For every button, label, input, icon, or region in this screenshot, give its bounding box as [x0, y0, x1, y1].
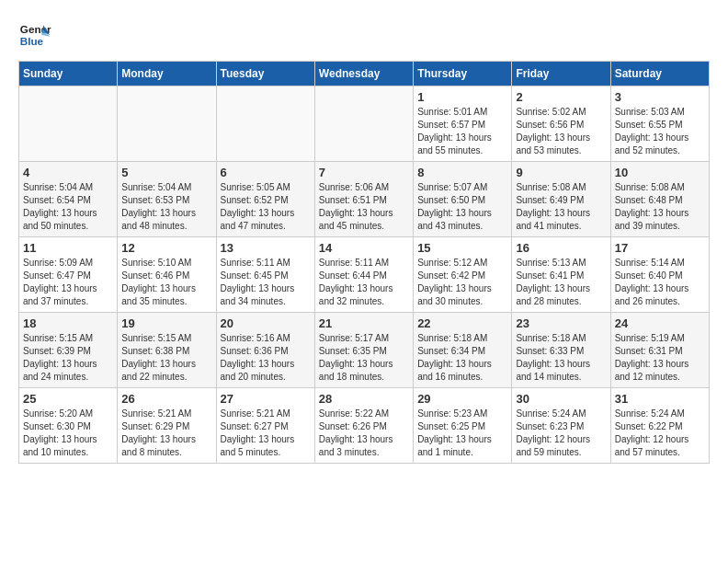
day-number: 13 [221, 241, 311, 255]
day-info: Sunrise: 5:01 AM Sunset: 6:57 PM Dayligh… [417, 106, 507, 157]
day-number: 25 [23, 392, 113, 406]
calendar-cell [216, 86, 314, 162]
calendar-cell: 17Sunrise: 5:14 AM Sunset: 6:40 PM Dayli… [610, 237, 709, 313]
calendar-cell: 8Sunrise: 5:07 AM Sunset: 6:50 PM Daylig… [414, 162, 512, 237]
day-number: 7 [319, 166, 409, 179]
logo: General Blue [18, 18, 51, 52]
calendar-cell: 23Sunrise: 5:18 AM Sunset: 6:33 PM Dayli… [512, 313, 610, 388]
day-info: Sunrise: 5:02 AM Sunset: 6:56 PM Dayligh… [516, 106, 606, 157]
day-number: 16 [516, 241, 606, 255]
calendar-cell: 10Sunrise: 5:08 AM Sunset: 6:48 PM Dayli… [610, 162, 709, 237]
calendar-cell: 27Sunrise: 5:21 AM Sunset: 6:27 PM Dayli… [216, 388, 314, 464]
calendar-body: 1Sunrise: 5:01 AM Sunset: 6:57 PM Daylig… [19, 86, 710, 464]
calendar-cell: 5Sunrise: 5:04 AM Sunset: 6:53 PM Daylig… [118, 162, 216, 237]
day-number: 14 [319, 241, 409, 255]
calendar-week-row: 25Sunrise: 5:20 AM Sunset: 6:30 PM Dayli… [19, 388, 710, 464]
day-info: Sunrise: 5:15 AM Sunset: 6:38 PM Dayligh… [121, 332, 211, 384]
day-info: Sunrise: 5:04 AM Sunset: 6:54 PM Dayligh… [23, 181, 113, 233]
calendar-cell: 26Sunrise: 5:21 AM Sunset: 6:29 PM Dayli… [118, 388, 216, 464]
day-info: Sunrise: 5:15 AM Sunset: 6:39 PM Dayligh… [23, 332, 113, 384]
weekday-header: Thursday [414, 62, 512, 86]
calendar-header: SundayMondayTuesdayWednesdayThursdayFrid… [19, 62, 710, 86]
calendar-cell: 18Sunrise: 5:15 AM Sunset: 6:39 PM Dayli… [19, 313, 118, 388]
day-info: Sunrise: 5:08 AM Sunset: 6:49 PM Dayligh… [516, 181, 606, 233]
weekday-header: Tuesday [216, 62, 314, 86]
day-number: 23 [516, 316, 606, 330]
calendar-cell: 29Sunrise: 5:23 AM Sunset: 6:25 PM Dayli… [414, 388, 512, 464]
weekday-header: Wednesday [314, 62, 413, 86]
calendar-week-row: 11Sunrise: 5:09 AM Sunset: 6:47 PM Dayli… [19, 237, 710, 313]
day-info: Sunrise: 5:24 AM Sunset: 6:23 PM Dayligh… [516, 408, 606, 459]
calendar-cell: 12Sunrise: 5:10 AM Sunset: 6:46 PM Dayli… [118, 237, 216, 313]
day-number: 26 [121, 392, 211, 406]
calendar-cell: 22Sunrise: 5:18 AM Sunset: 6:34 PM Dayli… [414, 313, 512, 388]
weekday-header: Sunday [19, 62, 118, 86]
day-info: Sunrise: 5:05 AM Sunset: 6:52 PM Dayligh… [221, 181, 311, 233]
day-info: Sunrise: 5:11 AM Sunset: 6:45 PM Dayligh… [221, 257, 311, 308]
day-info: Sunrise: 5:23 AM Sunset: 6:25 PM Dayligh… [417, 408, 507, 459]
day-number: 21 [319, 316, 409, 330]
calendar-cell: 14Sunrise: 5:11 AM Sunset: 6:44 PM Dayli… [314, 237, 413, 313]
calendar-cell: 31Sunrise: 5:24 AM Sunset: 6:22 PM Dayli… [610, 388, 709, 464]
weekday-header: Saturday [610, 62, 709, 86]
day-info: Sunrise: 5:10 AM Sunset: 6:46 PM Dayligh… [121, 257, 211, 308]
calendar-table: SundayMondayTuesdayWednesdayThursdayFrid… [18, 61, 710, 464]
calendar-cell: 28Sunrise: 5:22 AM Sunset: 6:26 PM Dayli… [314, 388, 413, 464]
day-number: 27 [221, 392, 311, 406]
day-number: 6 [221, 166, 311, 179]
calendar-cell: 21Sunrise: 5:17 AM Sunset: 6:35 PM Dayli… [314, 313, 413, 388]
day-info: Sunrise: 5:18 AM Sunset: 6:34 PM Dayligh… [417, 332, 507, 384]
calendar-cell: 2Sunrise: 5:02 AM Sunset: 6:56 PM Daylig… [512, 86, 610, 162]
weekday-header: Monday [118, 62, 216, 86]
calendar-cell: 24Sunrise: 5:19 AM Sunset: 6:31 PM Dayli… [610, 313, 709, 388]
weekday-header: Friday [512, 62, 610, 86]
page-header: General Blue [18, 18, 710, 52]
day-number: 17 [615, 241, 705, 255]
day-number: 28 [319, 392, 409, 406]
calendar-cell: 3Sunrise: 5:03 AM Sunset: 6:55 PM Daylig… [610, 86, 709, 162]
calendar-cell: 16Sunrise: 5:13 AM Sunset: 6:41 PM Dayli… [512, 237, 610, 313]
day-info: Sunrise: 5:04 AM Sunset: 6:53 PM Dayligh… [121, 181, 211, 233]
calendar-cell: 30Sunrise: 5:24 AM Sunset: 6:23 PM Dayli… [512, 388, 610, 464]
day-info: Sunrise: 5:12 AM Sunset: 6:42 PM Dayligh… [417, 257, 507, 308]
day-info: Sunrise: 5:20 AM Sunset: 6:30 PM Dayligh… [23, 408, 113, 459]
calendar-cell: 11Sunrise: 5:09 AM Sunset: 6:47 PM Dayli… [19, 237, 118, 313]
day-number: 8 [417, 166, 507, 179]
day-info: Sunrise: 5:09 AM Sunset: 6:47 PM Dayligh… [23, 257, 113, 308]
calendar-cell: 1Sunrise: 5:01 AM Sunset: 6:57 PM Daylig… [414, 86, 512, 162]
day-number: 9 [516, 166, 606, 179]
day-info: Sunrise: 5:03 AM Sunset: 6:55 PM Dayligh… [615, 106, 705, 157]
calendar-cell [314, 86, 413, 162]
day-number: 3 [615, 90, 705, 104]
calendar-week-row: 4Sunrise: 5:04 AM Sunset: 6:54 PM Daylig… [19, 162, 710, 237]
calendar-cell: 19Sunrise: 5:15 AM Sunset: 6:38 PM Dayli… [118, 313, 216, 388]
weekday-row: SundayMondayTuesdayWednesdayThursdayFrid… [19, 62, 710, 86]
day-info: Sunrise: 5:08 AM Sunset: 6:48 PM Dayligh… [615, 181, 705, 233]
day-number: 31 [615, 392, 705, 406]
day-number: 24 [615, 316, 705, 330]
logo-icon: General Blue [18, 18, 51, 52]
day-info: Sunrise: 5:17 AM Sunset: 6:35 PM Dayligh… [319, 332, 409, 384]
day-info: Sunrise: 5:13 AM Sunset: 6:41 PM Dayligh… [516, 257, 606, 308]
day-number: 22 [417, 316, 507, 330]
day-info: Sunrise: 5:14 AM Sunset: 6:40 PM Dayligh… [615, 257, 705, 308]
calendar-week-row: 18Sunrise: 5:15 AM Sunset: 6:39 PM Dayli… [19, 313, 710, 388]
day-number: 10 [615, 166, 705, 179]
day-number: 20 [221, 316, 311, 330]
calendar-cell: 15Sunrise: 5:12 AM Sunset: 6:42 PM Dayli… [414, 237, 512, 313]
calendar-cell: 13Sunrise: 5:11 AM Sunset: 6:45 PM Dayli… [216, 237, 314, 313]
calendar-cell [118, 86, 216, 162]
calendar-cell: 6Sunrise: 5:05 AM Sunset: 6:52 PM Daylig… [216, 162, 314, 237]
calendar-week-row: 1Sunrise: 5:01 AM Sunset: 6:57 PM Daylig… [19, 86, 710, 162]
day-number: 12 [121, 241, 211, 255]
day-info: Sunrise: 5:18 AM Sunset: 6:33 PM Dayligh… [516, 332, 606, 384]
day-info: Sunrise: 5:21 AM Sunset: 6:29 PM Dayligh… [121, 408, 211, 459]
day-info: Sunrise: 5:19 AM Sunset: 6:31 PM Dayligh… [615, 332, 705, 384]
day-number: 1 [417, 90, 507, 104]
day-number: 29 [417, 392, 507, 406]
day-number: 5 [121, 166, 211, 179]
day-number: 2 [516, 90, 606, 104]
day-info: Sunrise: 5:21 AM Sunset: 6:27 PM Dayligh… [221, 408, 311, 459]
day-info: Sunrise: 5:22 AM Sunset: 6:26 PM Dayligh… [319, 408, 409, 459]
day-info: Sunrise: 5:16 AM Sunset: 6:36 PM Dayligh… [221, 332, 311, 384]
